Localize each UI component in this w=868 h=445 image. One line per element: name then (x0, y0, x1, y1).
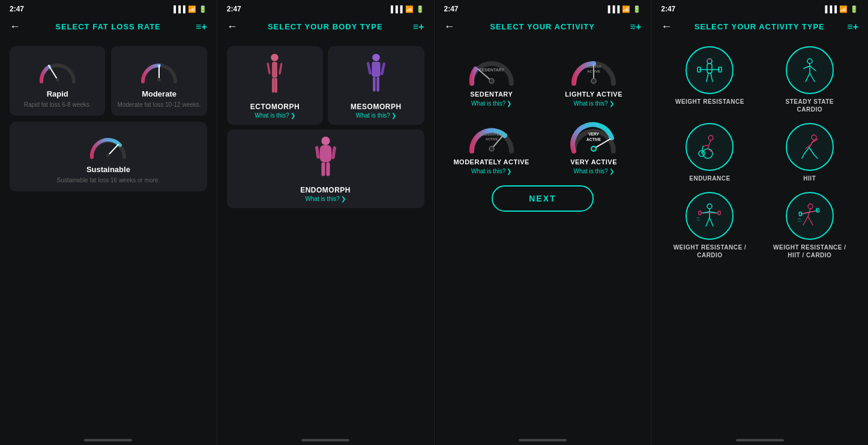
steady-state-cardio-icon-circle (786, 46, 834, 94)
mesomorph-what[interactable]: What is this? ❯ (356, 112, 396, 119)
status-icons-4: ▐▐▐ 📶 🔋 (823, 5, 858, 13)
time-2: 2:47 (227, 5, 241, 13)
endomorph-card[interactable]: ENDOMORPH What is this? ❯ (227, 130, 424, 208)
svg-rect-72 (718, 211, 720, 215)
very-active-gauge: VERY ACTIVE (567, 114, 621, 156)
svg-rect-23 (331, 146, 336, 160)
endomorph-name: ENDOMORPH (300, 186, 351, 194)
moderate-desc: Moderate fat loss 10-12 weeks. (118, 101, 201, 109)
sedentary-what[interactable]: What is this? ❯ (471, 100, 511, 107)
svg-rect-19 (319, 145, 331, 162)
back-button-3[interactable]: ← (444, 20, 455, 33)
rapid-gauge (37, 55, 79, 85)
moderate-title: Moderate (142, 89, 176, 98)
battery-icon: 🔋 (199, 5, 207, 13)
svg-line-67 (802, 154, 804, 158)
home-indicator-1 (84, 439, 132, 441)
weight-resistance-cardio-card[interactable]: WEIGHT RESISTANCE / CARDIO (666, 192, 753, 259)
rapid-title: Rapid (47, 89, 68, 98)
time-3: 2:47 (444, 5, 459, 13)
battery-icon-3: 🔋 (633, 5, 641, 13)
activity-grid: SEDENTARY SEDENTARY (444, 46, 642, 175)
header-4: ← SELECT YOUR ACTIVITY TYPE ≡+ (651, 16, 868, 40)
home-indicator-3 (519, 439, 567, 441)
svg-point-6 (271, 54, 279, 61)
lightly-active-card[interactable]: LIGHTLY ACTIVE (546, 46, 641, 107)
very-active-card[interactable]: VERY ACTIVE (546, 114, 641, 175)
svg-point-1 (56, 78, 59, 82)
activity-type-grid: WEIGHT RESISTANCE (661, 46, 858, 259)
svg-line-75 (706, 218, 710, 226)
very-active-what[interactable]: What is this? ❯ (573, 168, 613, 175)
logo-1: ≡+ (196, 22, 207, 32)
weight-resistance-hiit-cardio-label: WEIGHT RESISTANCE / HIIT / CARDIO (773, 243, 846, 259)
svg-line-44 (707, 73, 708, 82)
svg-rect-82 (799, 212, 802, 215)
moderately-active-name: MODERATELY ACTIVE (453, 158, 529, 166)
back-button-2[interactable]: ← (227, 20, 238, 33)
lightly-active-what[interactable]: What is this? ❯ (573, 100, 613, 107)
body-type-content: ECTOMORPH What is this? ❯ (217, 40, 434, 434)
lightly-active-gauge: LIGHTLY ACTIVE (567, 46, 621, 88)
next-button[interactable]: NEXT (492, 185, 593, 212)
svg-rect-16 (366, 62, 372, 75)
time-1: 2:47 (10, 5, 24, 13)
status-bar-2: 2:47 ▐▐▐ 📶 🔋 (217, 0, 434, 16)
moderately-active-what[interactable]: What is this? ❯ (471, 168, 511, 175)
svg-point-30 (591, 79, 596, 83)
hiit-card[interactable]: HIIT (766, 123, 854, 182)
svg-line-87 (803, 217, 808, 225)
status-icons-3: ▐▐▐ 📶 🔋 (606, 5, 641, 13)
screen-title-4: SELECT YOUR ACTIVITY TYPE (677, 22, 842, 31)
ectomorph-what[interactable]: What is this? ❯ (255, 112, 295, 119)
rapid-card[interactable]: Rapid Rapid fat loss 6-8 weeks. (10, 46, 105, 116)
status-bar-1: 2:47 ▐▐▐ 📶 🔋 (0, 0, 217, 16)
wifi-icon: 📶 (188, 5, 196, 13)
svg-line-4 (108, 145, 118, 155)
weight-resistance-label: WEIGHT RESISTANCE (675, 98, 744, 106)
wifi-icon-2: 📶 (405, 5, 414, 13)
endomorph-what[interactable]: What is this? ❯ (306, 196, 346, 202)
weight-resistance-cardio-label: WEIGHT RESISTANCE / CARDIO (674, 243, 747, 259)
sustainable-gauge (87, 130, 129, 160)
svg-point-68 (707, 204, 712, 209)
svg-text:MODERATELY: MODERATELY (480, 133, 503, 136)
svg-point-60 (812, 135, 816, 140)
screens-container: 2:47 ▐▐▐ 📶 🔋 ← SELECT FAT LOSS RATE ≡+ (0, 0, 868, 445)
battery-icon-4: 🔋 (850, 5, 858, 13)
svg-point-79 (808, 204, 813, 209)
sedentary-card[interactable]: SEDENTARY SEDENTARY (444, 46, 539, 107)
mesomorph-card[interactable]: MESOMORPH What is this? ❯ (328, 46, 424, 125)
svg-rect-17 (380, 62, 385, 76)
weight-resistance-hiit-cardio-card[interactable]: WEIGHT RESISTANCE / HIIT / CARDIO (766, 192, 854, 259)
steady-state-cardio-card[interactable]: STEADY STATE CARDIO (766, 46, 854, 113)
back-button-1[interactable]: ← (10, 20, 20, 33)
svg-rect-9 (275, 78, 277, 93)
endurance-card[interactable]: ENDURANCE (666, 123, 753, 182)
svg-point-5 (106, 154, 110, 157)
screen-activity-type: 2:47 ▐▐▐ 📶 🔋 ← SELECT YOUR ACTIVITY TYPE… (651, 0, 868, 445)
svg-point-18 (321, 137, 330, 145)
back-button-4[interactable]: ← (661, 20, 672, 33)
ectomorph-name: ECTOMORPH (250, 103, 300, 111)
logo-3: ≡+ (630, 22, 642, 32)
svg-rect-10 (267, 62, 271, 74)
signal-icon-4: ▐▐▐ (823, 5, 837, 13)
svg-rect-43 (719, 67, 722, 72)
ectomorph-card[interactable]: ECTOMORPH What is this? ❯ (227, 46, 323, 125)
moderate-card[interactable]: Moderate Moderate fat loss 10-12 weeks. (111, 46, 206, 116)
svg-rect-20 (321, 162, 325, 176)
weight-resistance-card[interactable]: WEIGHT RESISTANCE (666, 46, 753, 113)
moderately-active-card[interactable]: MODERATELY ACTIVE (444, 114, 539, 175)
wifi-icon-3: 📶 (622, 5, 630, 13)
svg-text:SEDENTARY: SEDENTARY (478, 68, 504, 72)
sedentary-gauge: SEDENTARY (465, 46, 519, 88)
sustainable-card[interactable]: Sustainable Sustainable fat loss 16 week… (10, 122, 207, 191)
signal-icon-2: ▐▐▐ (388, 5, 402, 13)
endomorph-figure (309, 136, 342, 184)
fat-loss-grid: Rapid Rapid fat loss 6-8 weeks. (10, 46, 207, 191)
svg-line-84 (803, 212, 808, 214)
header-2: ← SELECT YOUR BODY TYPE ≡+ (217, 16, 434, 40)
svg-rect-22 (315, 146, 319, 159)
screen-title-1: SELECT FAT LOSS RATE (25, 22, 191, 31)
